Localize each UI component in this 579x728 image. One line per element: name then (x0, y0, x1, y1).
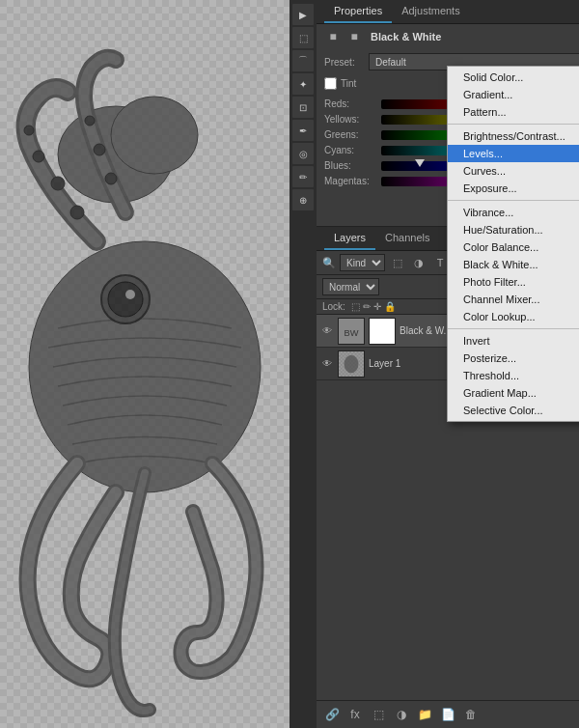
svg-point-26 (345, 354, 359, 373)
svg-point-14 (85, 116, 95, 126)
menu-item-gradient-map[interactable]: Gradient Map... (448, 384, 579, 402)
tint-checkbox[interactable] (324, 77, 337, 90)
slider-label-yellows: Yellows: (324, 114, 377, 125)
right-panel: Properties Adjustments ■ ■ Black & White… (317, 0, 579, 728)
tool-select[interactable]: ⬚ (292, 27, 314, 48)
lock-all[interactable]: 🔒 (384, 301, 396, 312)
blend-select[interactable]: Normal (322, 278, 379, 295)
tab-adjustments[interactable]: Adjustments (392, 0, 470, 23)
link-layers-btn[interactable]: 🔗 (322, 705, 342, 724)
dropdown-menu: Solid Color... Gradient... Pattern... Br… (447, 66, 579, 422)
tool-clone[interactable]: ⊕ (292, 189, 314, 210)
menu-item-hue-saturation[interactable]: Hue/Saturation... (448, 221, 579, 238)
svg-text:BW: BW (345, 327, 359, 337)
panel-title: Black & White (371, 31, 441, 42)
menu-item-brightness-contrast[interactable]: Brightness/Contrast... (448, 127, 579, 145)
adjustment-icon[interactable]: ◑ (410, 254, 427, 271)
menu-item-photo-filter[interactable]: Photo Filter... (448, 273, 579, 291)
tab-channels[interactable]: Channels (375, 227, 439, 250)
menu-item-invert[interactable]: Invert (448, 332, 579, 350)
slider-thumb-blues[interactable] (415, 159, 425, 167)
menu-item-gradient[interactable]: Gradient... (448, 86, 579, 103)
menu-item-black-white[interactable]: Black & White... (448, 256, 579, 273)
kind-select[interactable]: Kind (340, 254, 385, 271)
svg-point-11 (24, 126, 34, 135)
menu-item-posterize[interactable]: Posterize... (448, 350, 579, 367)
delete-layer-btn[interactable]: 🗑 (461, 705, 481, 724)
layer-thumb-bw-1: BW (338, 318, 365, 345)
panel-icon-1[interactable]: ■ (324, 28, 342, 45)
tab-properties[interactable]: Properties (324, 0, 392, 23)
menu-item-channel-mixer[interactable]: Channel Mixer... (448, 291, 579, 308)
menu-separator-3 (448, 328, 579, 329)
octopus-illustration (0, 0, 290, 728)
canvas-area (0, 0, 290, 728)
panel-icon-2[interactable]: ■ (345, 28, 363, 45)
svg-point-8 (70, 206, 84, 219)
menu-item-color-balance[interactable]: Color Balance... (448, 238, 579, 256)
properties-tabs: Properties Adjustments (317, 0, 579, 24)
svg-point-13 (94, 144, 105, 155)
lock-transparent[interactable]: ⬚ (351, 301, 360, 312)
lock-pixel[interactable]: ✏ (363, 301, 371, 312)
menu-item-levels[interactable]: Levels... (448, 145, 579, 162)
svg-point-12 (105, 173, 117, 184)
menu-item-exposure[interactable]: Exposure... (448, 180, 579, 197)
menu-item-selective-color[interactable]: Selective Color... (448, 402, 579, 419)
menu-item-solid-color[interactable]: Solid Color... (448, 69, 579, 86)
pixel-icon[interactable]: ⬚ (389, 254, 406, 271)
panel-toolbar: ■ ■ Black & White (317, 24, 579, 49)
slider-label-greens: Greens: (324, 129, 377, 140)
new-adjustment-btn[interactable]: ◑ (392, 705, 411, 724)
lock-icons: ⬚ ✏ ✛ 🔒 (351, 301, 396, 312)
tab-layers[interactable]: Layers (324, 227, 375, 250)
add-style-btn[interactable]: fx (345, 705, 365, 724)
tint-label: Tint (341, 78, 356, 89)
preset-label: Preset: (324, 57, 363, 68)
svg-point-9 (51, 177, 65, 190)
layer-thumb-bw-2 (369, 318, 396, 345)
svg-point-7 (111, 97, 198, 174)
layer-thumb-1 (338, 350, 365, 378)
tool-brush[interactable]: ✏ (292, 166, 314, 187)
menu-separator-2 (448, 200, 579, 201)
slider-label-reds: Reds: (324, 98, 377, 109)
menu-item-threshold[interactable]: Threshold... (448, 367, 579, 384)
svg-point-17 (125, 290, 135, 299)
menu-item-curves[interactable]: Curves... (448, 162, 579, 180)
svg-rect-20 (370, 319, 395, 344)
add-mask-btn[interactable]: ⬚ (369, 705, 388, 724)
menu-item-pattern[interactable]: Pattern... (448, 103, 579, 121)
tool-spot[interactable]: ◎ (292, 143, 314, 164)
new-group-btn[interactable]: 📁 (415, 705, 434, 724)
slider-label-blues: Blues: (324, 160, 377, 171)
tool-lasso[interactable]: ⌒ (292, 50, 314, 71)
slider-label-magentas: Magentas: (324, 176, 377, 186)
menu-item-vibrance[interactable]: Vibrance... (448, 204, 579, 221)
slider-label-cyans: Cyans: (324, 145, 377, 155)
new-layer-btn[interactable]: 📄 (438, 705, 457, 724)
lock-position[interactable]: ✛ (373, 301, 381, 312)
tool-move[interactable]: ▶ (292, 4, 314, 25)
tool-eyedropper[interactable]: ✒ (292, 120, 314, 141)
layer-eye-bw[interactable]: 👁 (322, 325, 334, 336)
search-icon: 🔍 (322, 257, 336, 269)
tint-check: Tint (324, 77, 356, 90)
tool-magic[interactable]: ✦ (292, 73, 314, 95)
svg-point-5 (29, 241, 261, 492)
svg-point-16 (108, 282, 143, 317)
menu-item-color-lookup[interactable]: Color Lookup... (448, 308, 579, 325)
lock-label: Lock: (322, 301, 345, 312)
svg-point-10 (33, 151, 44, 162)
layers-footer: 🔗 fx ⬚ ◑ 📁 📄 🗑 (317, 700, 579, 728)
tool-crop[interactable]: ⊡ (292, 97, 314, 118)
menu-separator-1 (448, 124, 579, 125)
left-toolbar: ▶ ⬚ ⌒ ✦ ⊡ ✒ ◎ ✏ ⊕ (290, 0, 317, 728)
layer-eye-1[interactable]: 👁 (322, 358, 334, 369)
